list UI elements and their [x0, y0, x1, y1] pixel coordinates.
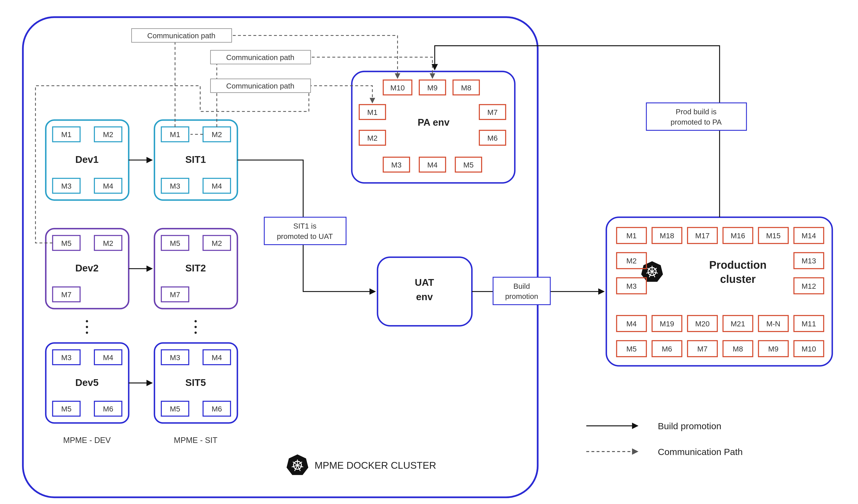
svg-rect-68	[493, 277, 551, 305]
svg-text:Communication path: Communication path	[147, 31, 216, 40]
dev1-m2: M2	[103, 130, 113, 139]
prod-module-label: M4	[626, 320, 637, 328]
ellipsis-icon	[86, 320, 197, 334]
label-build-promo: Build promotion	[493, 277, 551, 305]
uat-title-1: UAT	[415, 277, 434, 288]
sit5-m4: M6	[211, 405, 222, 413]
prod-module-label: M21	[731, 320, 745, 328]
sit1-m1: M1	[170, 130, 180, 139]
env-sit1: M1 M2 SIT1 M3 M4	[155, 120, 237, 200]
dev5-m4: M6	[103, 405, 113, 413]
label-sit1-uat: SIT1 is promoted to UAT	[264, 217, 346, 245]
prod-module-label: M3	[626, 282, 637, 290]
prod-module-label: M8	[733, 345, 743, 353]
dev1-title: Dev1	[75, 154, 98, 165]
svg-point-18	[86, 320, 88, 322]
sit5-title: SIT5	[185, 377, 206, 388]
comm-label-3: Communication path	[210, 79, 311, 93]
diagram-canvas: M1 M2 Dev1 M3 M4 M1 M2 SIT1 M3 M4 M5 M2 …	[0, 0, 858, 504]
prod-module-label: M12	[801, 282, 816, 290]
prod-title-2: cluster	[720, 273, 756, 285]
env-uat: UAT env	[378, 257, 472, 326]
prod-module-label: M11	[801, 320, 816, 328]
svg-text:Communication path: Communication path	[226, 82, 294, 90]
sit1-title: SIT1	[185, 154, 206, 165]
svg-text:promoted to UAT: promoted to UAT	[277, 232, 333, 240]
pa-m2: M2	[367, 134, 378, 142]
legend-comm: Communication Path	[658, 447, 743, 457]
sit2-m1: M5	[170, 239, 180, 247]
env-dev5: M3 M4 Dev5 M5 M6	[46, 343, 128, 423]
kubernetes-icon	[287, 454, 308, 475]
comm-label-1: Communication path	[131, 29, 232, 42]
env-dev1: M1 M2 Dev1 M3 M4	[46, 120, 128, 200]
col-sit-label: MPME - SIT	[174, 436, 217, 445]
svg-rect-55	[606, 217, 832, 366]
pa-m8: M8	[461, 84, 471, 92]
legend-build: Build promotion	[658, 421, 721, 431]
prod-module-label: M5	[626, 345, 637, 353]
dev5-m1: M3	[61, 353, 72, 362]
pa-m5: M5	[463, 161, 474, 169]
comm-label-2: Communication path	[210, 50, 311, 64]
dev5-m2: M4	[103, 353, 113, 362]
dev2-m3: M7	[61, 290, 72, 299]
svg-point-21	[194, 320, 197, 322]
prod-module-label: M2	[626, 257, 637, 265]
dev2-m1: M5	[61, 239, 72, 247]
prod-module-label: M15	[766, 231, 780, 240]
dev1-m1: M1	[61, 130, 72, 139]
svg-text:promotion: promotion	[505, 292, 538, 300]
svg-point-20	[86, 331, 88, 334]
dev1-m4: M4	[103, 182, 113, 190]
sit5-m1: M3	[170, 353, 180, 362]
prod-module-label: M19	[660, 320, 674, 328]
sit1-m4: M4	[211, 182, 222, 190]
col-dev-label: MPME - DEV	[63, 436, 111, 445]
env-sit5: M3 M4 SIT5 M5 M6	[155, 343, 237, 423]
svg-point-23	[194, 331, 197, 334]
env-prod: Production cluster M1M18M17M16M15M14M2M1…	[606, 217, 832, 366]
sit5-m3: M5	[170, 405, 180, 413]
prod-module-label: M17	[695, 231, 710, 240]
pa-m4: M4	[427, 161, 438, 169]
dev5-m3: M5	[61, 405, 72, 413]
pa-m6: M6	[487, 134, 497, 142]
svg-point-22	[194, 326, 197, 328]
svg-rect-71	[647, 103, 747, 130]
prod-module-label: M7	[697, 345, 708, 353]
prod-module-label: M20	[695, 320, 710, 328]
svg-point-19	[86, 326, 88, 328]
sit2-m3: M7	[170, 290, 180, 299]
prod-title-1: Production	[709, 259, 766, 271]
prod-module-label: M-N	[766, 320, 780, 328]
prod-module-label: M6	[662, 345, 672, 353]
pa-m7: M7	[487, 108, 497, 116]
pa-m10: M10	[390, 84, 404, 92]
pa-m1: M1	[367, 108, 378, 116]
dev1-m3: M3	[61, 182, 72, 190]
pa-title: PA env	[418, 117, 450, 128]
prod-module-label: M1	[626, 231, 637, 240]
svg-text:Build: Build	[513, 282, 530, 290]
prod-module-label: M13	[801, 257, 816, 265]
prod-module-label: M14	[801, 231, 816, 240]
prod-module-label: M18	[660, 231, 674, 240]
env-pa: PA env M10 M9 M8 M1 M2 M7 M6 M3 M4 M5	[352, 71, 515, 183]
prod-module-label: M16	[731, 231, 745, 240]
label-prod-pa: Prod build is promoted to PA	[647, 103, 747, 130]
svg-rect-65	[264, 217, 346, 245]
env-dev2: M5 M2 Dev2 M7	[46, 229, 128, 309]
svg-text:SIT1 is: SIT1 is	[293, 222, 316, 230]
sit1-m3: M3	[170, 182, 180, 190]
kubernetes-icon	[641, 261, 663, 282]
pa-m3: M3	[391, 161, 402, 169]
prod-module-label: M9	[768, 345, 779, 353]
sit2-m2: M2	[211, 239, 222, 247]
sit5-m2: M4	[211, 353, 222, 362]
dev2-title: Dev2	[75, 263, 98, 274]
sit2-title: SIT2	[185, 263, 206, 274]
dev2-m2: M2	[103, 239, 113, 247]
legend: Build promotion Communication Path	[586, 421, 743, 457]
uat-title-2: env	[416, 291, 433, 302]
